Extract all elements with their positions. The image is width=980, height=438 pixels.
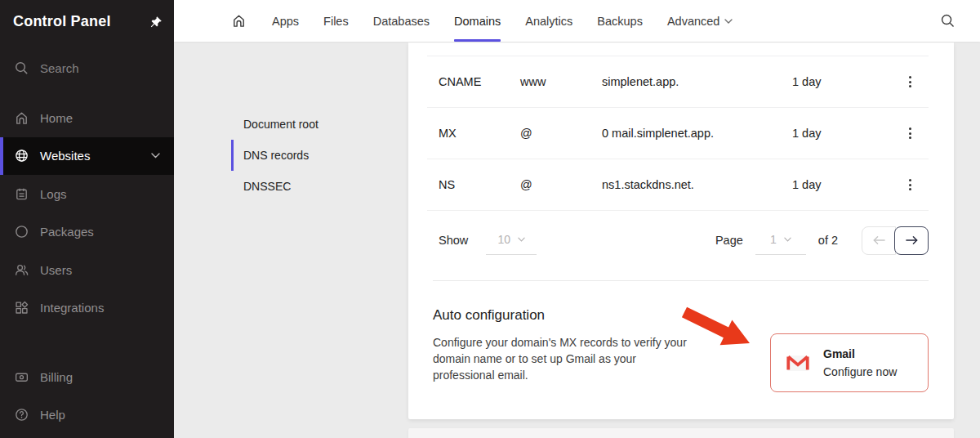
- pager-buttons: [862, 226, 929, 255]
- tab-advanced[interactable]: Advanced: [655, 0, 746, 42]
- record-value: simplenet.app.: [602, 75, 792, 88]
- sidebar-item-packages[interactable]: Packages: [0, 213, 174, 252]
- question-circle-icon: [14, 407, 29, 422]
- tab-label: Apps: [272, 15, 299, 28]
- circle-icon: [14, 224, 29, 239]
- gmail-card-text: Gmail Configure now: [823, 347, 897, 378]
- nav-search-icon[interactable]: [940, 0, 956, 42]
- arrow-left-icon: [872, 235, 886, 245]
- section-divider: [433, 280, 929, 281]
- sidebar-item-billing[interactable]: Billing: [0, 358, 174, 396]
- top-navigation: Apps Files Databases Domains Analytics B…: [174, 0, 980, 42]
- sidebar-item-label: Websites: [40, 149, 90, 163]
- tab-label: Files: [323, 15, 349, 28]
- secondary-nav-dnssec[interactable]: DNSSEC: [231, 171, 378, 202]
- record-type: MX: [439, 127, 520, 140]
- table-row: MX @ 0 mail.simplenet.app. 1 day: [427, 108, 929, 159]
- section-description: Configure your domain's MX records to ve…: [433, 334, 690, 383]
- row-menu-icon[interactable]: [904, 71, 916, 92]
- tab-files[interactable]: Files: [311, 0, 361, 42]
- page-control: Page 1 of 2: [715, 226, 929, 255]
- gmail-configure-card[interactable]: Gmail Configure now: [770, 333, 929, 392]
- tab-label: Analytics: [525, 15, 572, 28]
- secondary-nav-label: DNS records: [243, 149, 309, 162]
- secondary-nav-label: Document root: [243, 118, 318, 131]
- calendar-icon: [14, 186, 29, 202]
- tab-domains[interactable]: Domains: [442, 0, 513, 42]
- sidebar-item-integrations[interactable]: Integrations: [0, 289, 174, 328]
- gmail-card-title: Gmail: [823, 347, 897, 360]
- page-label: Page: [715, 234, 743, 247]
- row-menu-icon[interactable]: [904, 174, 916, 195]
- sidebar-nav: Home Websites: [0, 99, 174, 327]
- previous-page-button[interactable]: [862, 226, 896, 255]
- search-icon: [14, 60, 29, 76]
- grid-diamond-icon: [14, 300, 29, 315]
- record-type: CNAME: [439, 75, 520, 88]
- page-size-value: 10: [497, 233, 510, 246]
- secondary-nav: Document root DNS records DNSSEC: [231, 109, 378, 202]
- sidebar-item-logs[interactable]: Logs: [0, 175, 174, 213]
- show-label: Show: [439, 234, 468, 247]
- dns-records-table: CNAME www simplenet.app. 1 day MX @ 0 ma…: [427, 56, 929, 211]
- record-value: ns1.stackdns.net.: [602, 178, 792, 191]
- dns-records-card: CNAME www simplenet.app. 1 day MX @ 0 ma…: [408, 42, 954, 419]
- arrow-right-icon: [905, 235, 919, 245]
- page-size-control: Show 10: [439, 226, 537, 255]
- tab-label: Domains: [454, 15, 501, 28]
- secondary-nav-label: DNSSEC: [243, 180, 291, 193]
- sidebar-search[interactable]: Search: [0, 57, 174, 78]
- page-number-select[interactable]: 1: [755, 230, 806, 255]
- tab-analytics[interactable]: Analytics: [513, 0, 585, 42]
- banknote-icon: [14, 369, 29, 385]
- auto-configuration-section: Auto configuration Configure your domain…: [433, 307, 710, 383]
- table-row: CNAME www simplenet.app. 1 day: [427, 56, 929, 108]
- section-title: Auto configuration: [433, 307, 710, 324]
- record-name: www: [520, 75, 602, 88]
- tab-apps[interactable]: Apps: [260, 0, 311, 42]
- users-icon: [14, 262, 29, 278]
- chevron-down-icon: [784, 237, 791, 242]
- sidebar-search-label: Search: [40, 61, 79, 75]
- record-ttl: 1 day: [792, 178, 890, 191]
- sidebar-item-label: Home: [40, 111, 73, 125]
- sidebar-item-label: Logs: [40, 187, 67, 201]
- chevron-down-icon: [518, 237, 525, 242]
- pin-icon[interactable]: [149, 16, 163, 29]
- sidebar-item-users[interactable]: Users: [0, 251, 174, 289]
- sidebar-item-label: Integrations: [40, 301, 104, 315]
- gmail-card-action: Configure now: [823, 365, 897, 378]
- brand-row: Control Panel: [13, 13, 163, 30]
- tab-backups[interactable]: Backups: [585, 0, 655, 42]
- record-name: @: [520, 127, 602, 140]
- next-page-button[interactable]: [894, 226, 929, 255]
- home-icon: [14, 110, 29, 126]
- chevron-down-icon: [724, 19, 733, 24]
- record-ttl: 1 day: [792, 75, 890, 88]
- gmail-icon: [786, 354, 810, 373]
- record-name: @: [520, 178, 602, 191]
- nav-home-icon[interactable]: [231, 0, 247, 42]
- tab-label: Databases: [373, 15, 430, 28]
- app-title: Control Panel: [13, 13, 111, 30]
- content-area: Document root DNS records DNSSEC CNAME w…: [174, 42, 980, 438]
- record-value: 0 mail.simplenet.app.: [602, 127, 792, 140]
- page-total-label: of 2: [818, 234, 838, 247]
- table-row: NS @ ns1.stackdns.net. 1 day: [427, 159, 929, 211]
- next-section-card: [408, 428, 954, 438]
- tab-label: Backups: [597, 15, 643, 28]
- tab-databases[interactable]: Databases: [361, 0, 442, 42]
- record-type: NS: [439, 178, 520, 191]
- sidebar-item-websites[interactable]: Websites: [0, 137, 174, 176]
- sidebar: Control Panel Search Home: [0, 0, 174, 438]
- secondary-nav-document-root[interactable]: Document root: [231, 109, 378, 140]
- sidebar-item-home[interactable]: Home: [0, 99, 174, 137]
- page-size-select[interactable]: 10: [486, 230, 537, 255]
- sidebar-item-label: Users: [40, 263, 72, 277]
- pagination-bar: Show 10 Page 1 of 2: [408, 224, 954, 257]
- secondary-nav-dns-records[interactable]: DNS records: [231, 140, 378, 171]
- sidebar-item-label: Billing: [40, 370, 73, 384]
- globe-icon: [14, 148, 29, 163]
- row-menu-icon[interactable]: [904, 123, 916, 144]
- sidebar-item-help[interactable]: Help: [0, 396, 174, 435]
